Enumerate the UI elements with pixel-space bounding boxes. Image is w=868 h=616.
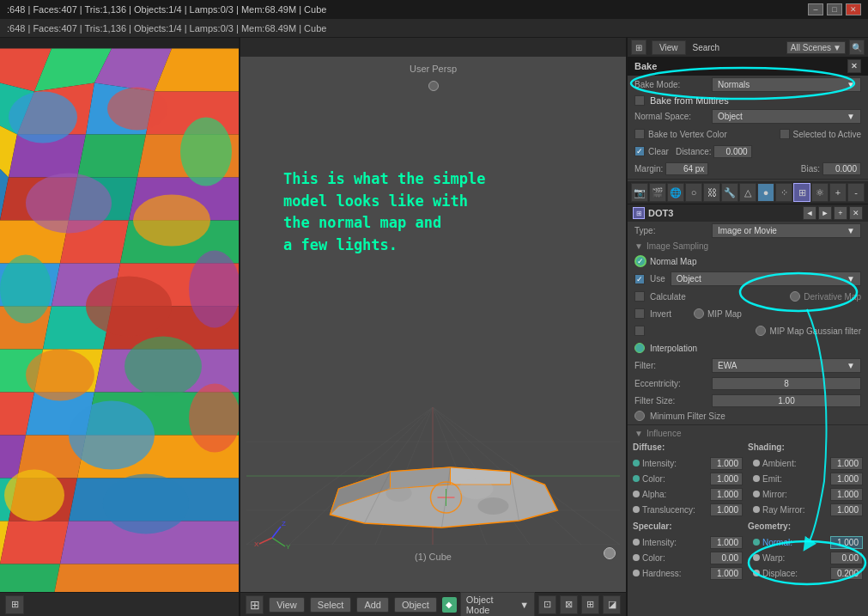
diff-alpha-dot[interactable] xyxy=(633,491,640,497)
diff-transl-value[interactable]: 1.000 xyxy=(710,503,743,516)
texture-icon-btn[interactable]: ⊞ xyxy=(793,183,810,202)
selected-active-checkbox[interactable] xyxy=(780,129,790,139)
spec-hardness-value[interactable]: 1.000 xyxy=(710,567,743,580)
distance-value[interactable]: 0.000 xyxy=(713,145,752,158)
diffuse-label: Diffuse: xyxy=(633,442,665,452)
spec-color-value[interactable]: 0.00 xyxy=(710,552,743,564)
normal-space-dropdown[interactable]: Object ▼ xyxy=(712,109,861,124)
eccentricity-value[interactable]: 8 xyxy=(712,377,861,390)
property-icons-row: 📷 🎬 🌐 ○ ⛓ 🔧 △ ● ⁘ ⊞ ⚛ + - xyxy=(628,181,868,204)
shad-emit-value[interactable]: 1.000 xyxy=(830,473,863,485)
margin-value[interactable]: 64 px xyxy=(665,162,708,175)
spec-hardness-dot[interactable] xyxy=(633,570,640,576)
diff-intensity-value[interactable]: 1.000 xyxy=(710,457,743,470)
physics-icon-btn[interactable]: ⚛ xyxy=(811,183,829,202)
viewport-extra-btn1[interactable]: ⊡ xyxy=(538,595,556,614)
render-icon-btn[interactable]: 📷 xyxy=(631,183,648,202)
flip-checkbox[interactable] xyxy=(634,326,645,336)
geo-displace-dot[interactable] xyxy=(753,570,760,576)
diff-color-value[interactable]: 1.000 xyxy=(710,473,743,485)
right-panel-icon[interactable]: ⊞ xyxy=(631,40,646,55)
shad-mirror-value[interactable]: 1.000 xyxy=(830,488,863,501)
dot3-icon1[interactable]: ◄ xyxy=(803,206,816,220)
close-button[interactable]: ✕ xyxy=(846,3,861,15)
spec-intensity-value[interactable]: 1.000 xyxy=(710,536,743,549)
shad-raymirror-dot[interactable] xyxy=(753,506,760,513)
bake-multires-checkbox[interactable] xyxy=(634,95,645,106)
dot3-plus-icon[interactable]: + xyxy=(834,206,847,220)
bake-mode-dropdown[interactable]: Normals ▼ xyxy=(712,77,861,92)
viewport-extra-btn3[interactable]: ⊞ xyxy=(581,595,599,614)
search-icon[interactable]: 🔍 xyxy=(849,40,865,55)
geo-warp-dot[interactable] xyxy=(753,554,760,561)
object-icon-btn[interactable]: ○ xyxy=(685,183,702,202)
bake-close-icon[interactable]: ✕ xyxy=(847,59,861,73)
object-button[interactable]: Object xyxy=(394,597,437,613)
window-status: :648 | Faces:407 | Tris:1,136 | Objects:… xyxy=(7,4,326,15)
diff-intensity-dot[interactable] xyxy=(633,460,640,467)
clear-checkbox[interactable] xyxy=(634,146,645,156)
minimize-button[interactable]: – xyxy=(808,3,823,15)
mip-map-radio[interactable] xyxy=(694,308,704,319)
data-icon-btn[interactable]: △ xyxy=(739,183,756,202)
viewport-extra-btn2[interactable]: ⊠ xyxy=(560,595,578,614)
type-label: Type: xyxy=(634,226,712,235)
world-icon-btn[interactable]: 🌐 xyxy=(667,183,684,202)
add-button[interactable]: Add xyxy=(356,597,389,613)
geo-displace-row: Displace: 0.200 xyxy=(753,565,863,581)
viewport-mode-icon[interactable]: ⊞ xyxy=(246,595,264,614)
extra-icon-btn1[interactable]: + xyxy=(829,183,847,202)
material-icon-btn[interactable]: ● xyxy=(757,183,774,202)
constraint-icon-btn[interactable]: ⛓ xyxy=(703,183,720,202)
modifier-icon-btn[interactable]: 🔧 xyxy=(721,183,738,202)
dot3-close-icon[interactable]: ✕ xyxy=(849,206,863,220)
camera-icon-btn[interactable]: 🎬 xyxy=(649,183,666,202)
select-button[interactable]: Select xyxy=(310,597,352,613)
selected-active-label: Selected to Active xyxy=(793,130,862,139)
geo-normal-value[interactable]: 1.000 xyxy=(830,536,863,549)
corner-nav-dot[interactable] xyxy=(604,547,616,559)
geo-displace-value[interactable]: 0.200 xyxy=(830,567,863,580)
spec-intensity-dot[interactable] xyxy=(633,539,640,546)
type-dropdown[interactable]: Image or Movie ▼ xyxy=(712,223,861,238)
view-tab[interactable]: View xyxy=(652,40,686,55)
diff-transl-dot[interactable] xyxy=(633,506,640,513)
geo-normal-dot[interactable] xyxy=(753,539,760,546)
particle-icon-btn[interactable]: ⁘ xyxy=(775,183,792,202)
bias-value[interactable]: 0.000 xyxy=(822,162,861,175)
calculate-checkbox[interactable] xyxy=(634,291,645,302)
filter-size-value[interactable]: 1.00 xyxy=(712,394,861,407)
spec-color-dot[interactable] xyxy=(633,554,640,561)
image-sampling-section[interactable]: ▼ Image Sampling xyxy=(628,240,868,253)
shad-ambient-value[interactable]: 1.000 xyxy=(830,457,863,470)
diff-color-dot[interactable] xyxy=(633,475,640,482)
use-checkbox[interactable] xyxy=(634,274,645,284)
shad-raymirror-value[interactable]: 1.000 xyxy=(830,503,863,516)
interpolation-radio[interactable] xyxy=(634,343,645,353)
filter-size-row: Filter Size: 1.00 xyxy=(628,392,868,409)
shad-ambient-dot[interactable] xyxy=(753,460,760,467)
extra-icon-btn2[interactable]: - xyxy=(847,183,865,202)
view-button[interactable]: View xyxy=(269,597,305,613)
svg-point-44 xyxy=(180,118,232,186)
left-panel-icon-btn[interactable]: ⊞ xyxy=(5,595,24,614)
use-dropdown[interactable]: Object ▼ xyxy=(671,271,861,286)
diff-alpha-value[interactable]: 1.000 xyxy=(710,488,743,501)
object-mode-selector[interactable]: Object Mode ▼ xyxy=(460,592,535,617)
dot3-icon2[interactable]: ► xyxy=(818,206,832,220)
min-filter-radio[interactable] xyxy=(634,411,645,421)
scene-selector[interactable]: All Scenes ▼ xyxy=(786,41,846,54)
geo-warp-value[interactable]: 0.00 xyxy=(830,552,863,564)
bake-vertex-checkbox[interactable] xyxy=(634,129,645,139)
viewport-area[interactable]: User Persp This is what the simple model… xyxy=(240,57,626,592)
derivative-map-radio[interactable] xyxy=(790,291,800,302)
maximize-button[interactable]: □ xyxy=(827,3,842,15)
bias-group: Bias: 0.000 xyxy=(801,162,861,175)
invert-checkbox[interactable] xyxy=(634,308,645,319)
mip-gaussian-radio[interactable] xyxy=(756,326,766,336)
influence-section-header[interactable]: ▼ Influence xyxy=(628,427,868,440)
shad-mirror-dot[interactable] xyxy=(753,491,760,497)
shad-emit-dot[interactable] xyxy=(753,475,760,482)
viewport-extra-btn4[interactable]: ◪ xyxy=(603,595,621,614)
filter-dropdown[interactable]: EWA ▼ xyxy=(712,358,861,373)
